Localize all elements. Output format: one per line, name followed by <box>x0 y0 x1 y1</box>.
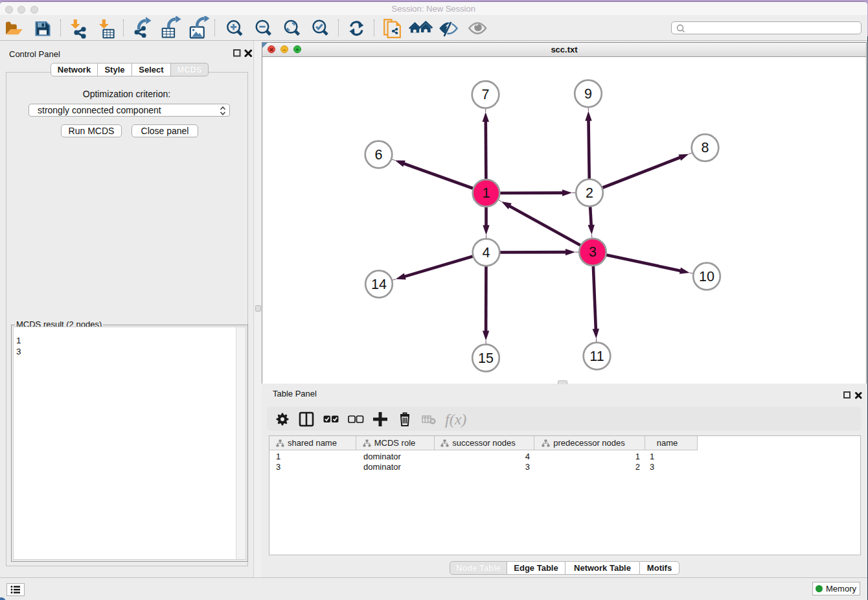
svg-text:7: 7 <box>482 87 490 102</box>
svg-text:f(x): f(x) <box>445 411 466 428</box>
svg-text:6: 6 <box>375 147 383 163</box>
svg-text:2: 2 <box>586 185 593 201</box>
svg-text:14: 14 <box>371 277 387 292</box>
svg-text:4: 4 <box>483 245 490 260</box>
svg-text:3: 3 <box>589 244 597 260</box>
svg-text:10: 10 <box>699 269 714 284</box>
svg-text:1: 1 <box>483 185 490 201</box>
svg-text:8: 8 <box>702 140 709 156</box>
svg-text:11: 11 <box>589 349 604 364</box>
svg-text:9: 9 <box>584 86 592 102</box>
svg-text:15: 15 <box>478 351 494 366</box>
